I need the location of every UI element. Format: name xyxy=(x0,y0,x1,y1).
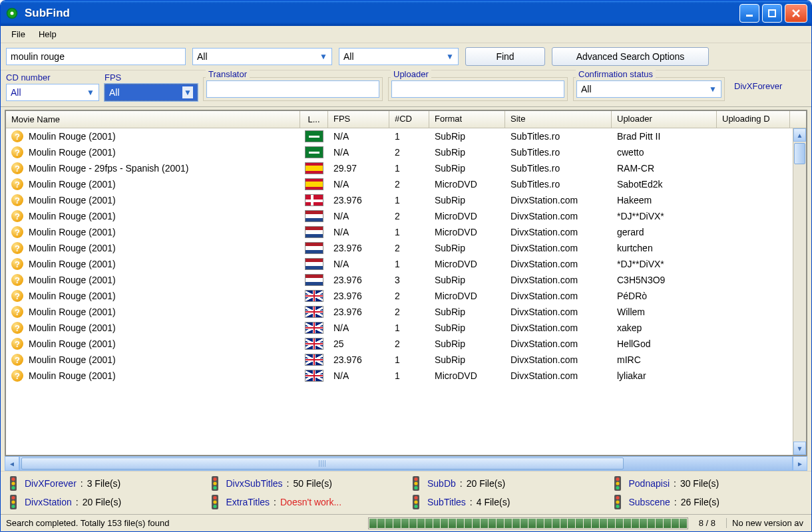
table-row[interactable]: ?Moulin Rouge (2001)23.9762SubRipDivxSta… xyxy=(6,240,806,256)
hscroll-thumb[interactable] xyxy=(21,458,624,469)
svg-point-27 xyxy=(213,505,216,508)
cell-cd: 1 xyxy=(389,323,429,333)
app-window: SubFind File Help All ▼ All ▼ Find Advan… xyxy=(0,0,812,532)
traffic-light-icon xyxy=(409,494,423,510)
chevron-down-icon: ▼ xyxy=(182,86,193,98)
horizontal-scrollbar[interactable]: ◄ ► xyxy=(5,456,807,471)
source-sep: : xyxy=(674,478,676,489)
traffic-light-icon xyxy=(208,475,222,491)
table-row[interactable]: ?Moulin Rouge (2001)N/A1SubRipSubTitles.… xyxy=(6,128,806,144)
table-row[interactable]: ?Moulin Rouge (2001)23.9761SubRipDivxSta… xyxy=(6,192,806,208)
source-stat[interactable]: DivXForever : 3 File(s) xyxy=(6,475,202,491)
col-movie-name[interactable]: Movie Name xyxy=(6,111,300,128)
traffic-light-icon xyxy=(6,494,21,510)
site-filter-link[interactable]: DivXForever xyxy=(730,81,786,91)
col-fps[interactable]: FPS xyxy=(328,111,389,128)
col-format[interactable]: Format xyxy=(429,111,505,128)
table-row[interactable]: ?Moulin Rouge (2001)23.9762SubRipDivxSta… xyxy=(6,304,806,320)
cell-site: SubTitles.ro xyxy=(505,147,612,158)
table-row[interactable]: ?Moulin Rouge (2001)N/A2SubRipSubTitles.… xyxy=(6,144,806,160)
table-header: Movie Name L... FPS #CD Format Site Uplo… xyxy=(6,111,806,128)
table-row[interactable]: ?Moulin Rouge - 29fps - Spanish (2001)29… xyxy=(6,160,806,176)
col-uploader[interactable]: Uploader xyxy=(612,111,717,128)
scroll-down-button[interactable]: ▼ xyxy=(793,442,806,455)
source-stat[interactable]: SubDb : 20 File(s) xyxy=(409,475,605,491)
movie-name-text: Moulin Rouge (2001) xyxy=(29,147,116,158)
language-combo[interactable]: All ▼ xyxy=(192,48,332,65)
advanced-filters: CD number All ▼ FPS All ▼ Translator Upl… xyxy=(1,70,811,107)
maximize-button[interactable] xyxy=(762,4,782,23)
scroll-up-button[interactable]: ▲ xyxy=(793,128,806,142)
flag-icon xyxy=(305,178,323,190)
uploader-input[interactable] xyxy=(391,80,564,98)
translator-input[interactable] xyxy=(206,80,379,98)
col-cd[interactable]: #CD xyxy=(389,111,429,128)
scroll-thumb[interactable] xyxy=(794,143,805,164)
fps-combo[interactable]: All ▼ xyxy=(104,84,198,101)
svg-rect-2 xyxy=(746,15,753,17)
col-uploading-date[interactable]: Uploading D xyxy=(717,111,790,128)
scroll-left-button[interactable]: ◄ xyxy=(5,456,19,471)
close-button[interactable] xyxy=(785,4,807,23)
cell-movie-name: ?Moulin Rouge (2001) xyxy=(6,258,300,270)
secondary-combo[interactable]: All ▼ xyxy=(339,48,459,65)
confirmation-status-combo[interactable]: All ▼ xyxy=(576,80,721,98)
svg-point-10 xyxy=(213,481,216,485)
hscroll-track[interactable] xyxy=(19,456,793,471)
cell-cd: 2 xyxy=(389,147,429,158)
progress-segment xyxy=(680,519,687,528)
fps-value: All xyxy=(109,87,120,98)
cell-uploader: Hakeem xyxy=(612,195,717,205)
table-row[interactable]: ?Moulin Rouge (2001)N/A1MicroDVDDivxStat… xyxy=(6,224,806,240)
table-row[interactable]: ?Moulin Rouge (2001)N/A1MicroDVDDivxStat… xyxy=(6,256,806,272)
progress-segment xyxy=(560,519,568,528)
cell-uploader: C3H5N3O9 xyxy=(612,275,717,285)
titlebar[interactable]: SubFind xyxy=(1,1,811,26)
source-stat[interactable]: SubTitles : 4 File(s) xyxy=(409,494,605,510)
table-row[interactable]: ?Moulin Rouge (2001)N/A1MicroDVDDivxStat… xyxy=(6,368,806,384)
progress-segment xyxy=(608,519,615,528)
source-stat[interactable]: Subscene : 26 File(s) xyxy=(610,494,807,510)
minimize-button[interactable] xyxy=(739,4,759,23)
menu-file[interactable]: File xyxy=(5,28,32,41)
cell-movie-name: ?Moulin Rouge (2001) xyxy=(6,370,300,382)
find-button[interactable]: Find xyxy=(465,47,545,66)
svg-point-15 xyxy=(414,486,417,489)
source-stat[interactable]: Podnapisi : 30 File(s) xyxy=(610,475,807,491)
advanced-search-button[interactable]: Advanced Search Options xyxy=(552,47,709,66)
vertical-scrollbar[interactable]: ▲ ▼ xyxy=(793,128,806,455)
progress-segment xyxy=(656,519,663,528)
movie-name-text: Moulin Rouge (2001) xyxy=(29,370,116,381)
progress-segment xyxy=(385,519,393,528)
menu-help[interactable]: Help xyxy=(32,28,63,41)
cell-fps: 23.976 xyxy=(328,275,389,285)
source-stat[interactable]: DivxStation : 20 File(s) xyxy=(6,494,202,510)
scroll-track[interactable] xyxy=(793,142,806,442)
language-combo-value: All xyxy=(197,51,208,62)
col-language[interactable]: L... xyxy=(300,111,328,128)
cell-movie-name: ?Moulin Rouge (2001) xyxy=(6,194,300,206)
source-stat[interactable]: ExtraTitles : Doesn't work... xyxy=(208,494,404,510)
search-toolbar: All ▼ All ▼ Find Advanced Search Options xyxy=(1,43,811,70)
cell-site: DivxStation.com xyxy=(505,323,612,333)
cd-number-combo[interactable]: All ▼ xyxy=(6,84,99,101)
cell-movie-name: ?Moulin Rouge (2001) xyxy=(6,146,300,158)
table-row[interactable]: ?Moulin Rouge (2001)23.9762MicroDVDDivxS… xyxy=(6,288,806,304)
movie-name-text: Moulin Rouge (2001) xyxy=(29,323,116,333)
progress-segment xyxy=(576,519,583,528)
table-row[interactable]: ?Moulin Rouge (2001)252SubRipDivxStation… xyxy=(6,336,806,352)
source-stat[interactable]: DivxSubTitles : 50 File(s) xyxy=(208,475,404,491)
table-row[interactable]: ?Moulin Rouge (2001)N/A2MicroDVDSubTitle… xyxy=(6,176,806,192)
chevron-down-icon: ▼ xyxy=(446,52,454,61)
table-row[interactable]: ?Moulin Rouge (2001)23.9761SubRipDivxSta… xyxy=(6,352,806,368)
cell-language xyxy=(300,194,328,206)
col-site[interactable]: Site xyxy=(505,111,612,128)
svg-point-23 xyxy=(11,505,15,508)
table-row[interactable]: ?Moulin Rouge (2001)N/A2MicroDVDDivxStat… xyxy=(6,208,806,224)
source-name: DivXForever xyxy=(25,478,77,489)
table-row[interactable]: ?Moulin Rouge (2001)23.9763SubRipDivxSta… xyxy=(6,272,806,288)
table-row[interactable]: ?Moulin Rouge (2001)N/A1SubRipDivxStatio… xyxy=(6,320,806,336)
search-input[interactable] xyxy=(6,48,186,65)
scroll-right-button[interactable]: ► xyxy=(793,456,807,471)
cell-language xyxy=(300,370,328,382)
